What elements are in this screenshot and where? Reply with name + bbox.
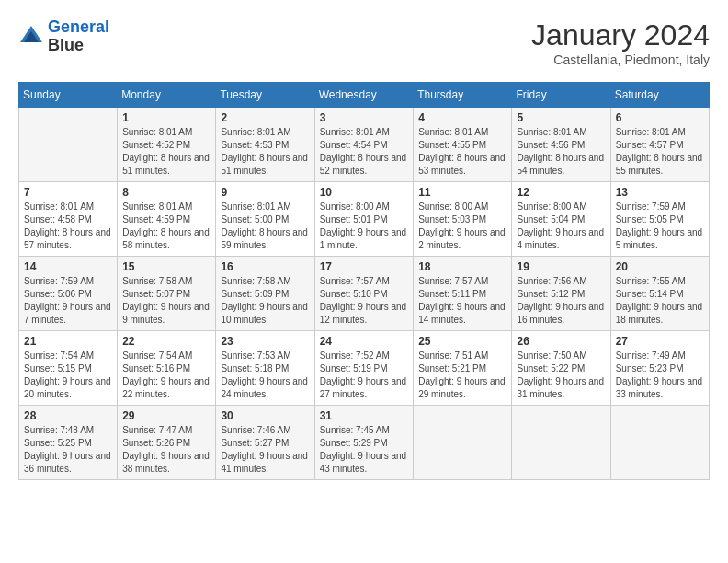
day-info: Sunrise: 8:01 AMSunset: 4:55 PMDaylight:… [418, 126, 506, 178]
day-number: 30 [221, 409, 309, 422]
weekday-header-sunday: Sunday [19, 83, 118, 108]
day-info: Sunrise: 7:47 AMSunset: 5:26 PMDaylight:… [122, 424, 210, 476]
day-info: Sunrise: 7:59 AMSunset: 5:06 PMDaylight:… [24, 275, 112, 327]
day-number: 25 [418, 335, 506, 348]
weekday-header-saturday: Saturday [610, 83, 709, 108]
day-number: 8 [122, 186, 210, 199]
day-info: Sunrise: 7:46 AMSunset: 5:27 PMDaylight:… [221, 424, 309, 476]
calendar-cell: 2Sunrise: 8:01 AMSunset: 4:53 PMDaylight… [216, 108, 314, 182]
week-row-3: 14Sunrise: 7:59 AMSunset: 5:06 PMDayligh… [19, 257, 710, 331]
day-number: 10 [320, 186, 409, 199]
calendar-cell: 16Sunrise: 7:58 AMSunset: 5:09 PMDayligh… [216, 257, 314, 331]
day-info: Sunrise: 8:00 AMSunset: 5:03 PMDaylight:… [418, 201, 506, 252]
weekday-header-wednesday: Wednesday [314, 83, 414, 108]
calendar-cell: 9Sunrise: 8:01 AMSunset: 5:00 PMDaylight… [216, 182, 314, 257]
day-info: Sunrise: 7:50 AMSunset: 5:22 PMDaylight:… [517, 350, 605, 401]
day-number: 15 [122, 260, 210, 273]
calendar-cell: 17Sunrise: 7:57 AMSunset: 5:10 PMDayligh… [314, 257, 414, 331]
calendar-cell: 10Sunrise: 8:00 AMSunset: 5:01 PMDayligh… [314, 182, 414, 257]
calendar-cell: 11Sunrise: 8:00 AMSunset: 5:03 PMDayligh… [414, 182, 512, 257]
day-number: 3 [320, 111, 409, 124]
calendar-cell: 5Sunrise: 8:01 AMSunset: 4:56 PMDaylight… [512, 108, 610, 182]
day-info: Sunrise: 8:00 AMSunset: 5:01 PMDaylight:… [320, 201, 409, 252]
calendar-cell: 7Sunrise: 8:01 AMSunset: 4:58 PMDaylight… [19, 182, 118, 257]
week-row-4: 21Sunrise: 7:54 AMSunset: 5:15 PMDayligh… [19, 331, 710, 406]
day-info: Sunrise: 8:01 AMSunset: 4:54 PMDaylight:… [320, 126, 409, 178]
day-info: Sunrise: 7:58 AMSunset: 5:09 PMDaylight:… [221, 275, 309, 327]
day-number: 11 [418, 186, 506, 199]
calendar-cell: 31Sunrise: 7:45 AMSunset: 5:29 PMDayligh… [314, 406, 414, 480]
calendar-cell [512, 406, 610, 480]
logo-line1: General [48, 17, 109, 36]
calendar-cell: 15Sunrise: 7:58 AMSunset: 5:07 PMDayligh… [118, 257, 216, 331]
calendar-cell: 1Sunrise: 8:01 AMSunset: 4:52 PMDaylight… [118, 108, 216, 182]
day-info: Sunrise: 8:01 AMSunset: 4:58 PMDaylight:… [24, 201, 112, 252]
day-number: 23 [221, 335, 309, 348]
weekday-header-friday: Friday [512, 83, 610, 108]
day-number: 18 [418, 260, 506, 273]
day-number: 17 [320, 260, 409, 273]
day-info: Sunrise: 7:54 AMSunset: 5:15 PMDaylight:… [24, 350, 112, 401]
location-subtitle: Castellania, Piedmont, Italy [531, 52, 710, 67]
calendar-cell: 18Sunrise: 7:57 AMSunset: 5:11 PMDayligh… [414, 257, 512, 331]
day-info: Sunrise: 8:01 AMSunset: 4:52 PMDaylight:… [122, 126, 210, 178]
calendar-cell [414, 406, 512, 480]
calendar-table: SundayMondayTuesdayWednesdayThursdayFrid… [18, 82, 710, 480]
day-info: Sunrise: 7:45 AMSunset: 5:29 PMDaylight:… [320, 424, 409, 476]
calendar-cell: 27Sunrise: 7:49 AMSunset: 5:23 PMDayligh… [610, 331, 709, 406]
logo: General Blue [18, 18, 109, 55]
day-number: 1 [122, 111, 210, 124]
page-header: General Blue January 2024 Castellania, P… [18, 18, 710, 67]
weekday-header-tuesday: Tuesday [216, 83, 314, 108]
day-info: Sunrise: 7:56 AMSunset: 5:12 PMDaylight:… [517, 275, 605, 327]
day-info: Sunrise: 7:49 AMSunset: 5:23 PMDaylight:… [616, 350, 704, 401]
calendar-cell: 12Sunrise: 8:00 AMSunset: 5:04 PMDayligh… [512, 182, 610, 257]
day-info: Sunrise: 8:01 AMSunset: 4:53 PMDaylight:… [221, 126, 309, 178]
calendar-cell: 19Sunrise: 7:56 AMSunset: 5:12 PMDayligh… [512, 257, 610, 331]
day-number: 31 [320, 409, 409, 422]
day-info: Sunrise: 7:48 AMSunset: 5:25 PMDaylight:… [24, 424, 112, 476]
day-info: Sunrise: 8:01 AMSunset: 5:00 PMDaylight:… [221, 201, 309, 252]
day-info: Sunrise: 8:01 AMSunset: 4:57 PMDaylight:… [616, 126, 704, 178]
week-row-1: 1Sunrise: 8:01 AMSunset: 4:52 PMDaylight… [19, 108, 710, 182]
calendar-cell: 8Sunrise: 8:01 AMSunset: 4:59 PMDaylight… [118, 182, 216, 257]
month-title: January 2024 [531, 18, 710, 52]
day-number: 24 [320, 335, 409, 348]
day-number: 4 [418, 111, 506, 124]
logo-line2: Blue [48, 37, 109, 55]
day-number: 13 [616, 186, 704, 199]
calendar-body: 1Sunrise: 8:01 AMSunset: 4:52 PMDaylight… [19, 108, 710, 480]
calendar-cell: 21Sunrise: 7:54 AMSunset: 5:15 PMDayligh… [19, 331, 118, 406]
day-info: Sunrise: 8:01 AMSunset: 4:59 PMDaylight:… [122, 201, 210, 252]
calendar-cell: 4Sunrise: 8:01 AMSunset: 4:55 PMDaylight… [414, 108, 512, 182]
calendar-cell: 6Sunrise: 8:01 AMSunset: 4:57 PMDaylight… [610, 108, 709, 182]
calendar-cell: 3Sunrise: 8:01 AMSunset: 4:54 PMDaylight… [314, 108, 414, 182]
day-number: 7 [24, 186, 112, 199]
day-info: Sunrise: 7:55 AMSunset: 5:14 PMDaylight:… [616, 275, 704, 327]
day-info: Sunrise: 7:51 AMSunset: 5:21 PMDaylight:… [418, 350, 506, 401]
day-number: 2 [221, 111, 309, 124]
day-number: 28 [24, 409, 112, 422]
day-info: Sunrise: 7:59 AMSunset: 5:05 PMDaylight:… [616, 201, 704, 252]
day-number: 26 [517, 335, 605, 348]
calendar-cell: 23Sunrise: 7:53 AMSunset: 5:18 PMDayligh… [216, 331, 314, 406]
day-number: 19 [517, 260, 605, 273]
day-number: 16 [221, 260, 309, 273]
calendar-cell: 26Sunrise: 7:50 AMSunset: 5:22 PMDayligh… [512, 331, 610, 406]
day-number: 5 [517, 111, 605, 124]
day-number: 9 [221, 186, 309, 199]
calendar-cell: 24Sunrise: 7:52 AMSunset: 5:19 PMDayligh… [314, 331, 414, 406]
day-number: 6 [616, 111, 704, 124]
day-info: Sunrise: 7:57 AMSunset: 5:10 PMDaylight:… [320, 275, 409, 327]
weekday-row: SundayMondayTuesdayWednesdayThursdayFrid… [19, 83, 710, 108]
day-number: 29 [122, 409, 210, 422]
day-info: Sunrise: 7:52 AMSunset: 5:19 PMDaylight:… [320, 350, 409, 401]
title-block: January 2024 Castellania, Piedmont, Ital… [531, 18, 710, 67]
calendar-cell: 28Sunrise: 7:48 AMSunset: 5:25 PMDayligh… [19, 406, 118, 480]
day-info: Sunrise: 8:00 AMSunset: 5:04 PMDaylight:… [517, 201, 605, 252]
weekday-header-monday: Monday [118, 83, 216, 108]
week-row-2: 7Sunrise: 8:01 AMSunset: 4:58 PMDaylight… [19, 182, 710, 257]
calendar-cell [19, 108, 118, 182]
calendar-cell [610, 406, 709, 480]
day-info: Sunrise: 7:57 AMSunset: 5:11 PMDaylight:… [418, 275, 506, 327]
